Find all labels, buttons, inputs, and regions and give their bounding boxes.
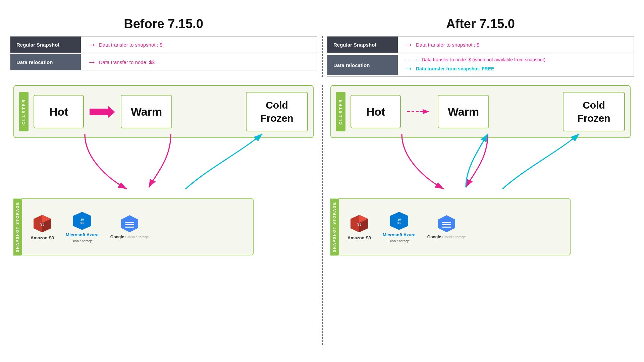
right-storage-s3: S3 Amazon S3 [347, 214, 371, 240]
right-legend-row2: Data relocation - - → Data transfer to n… [327, 54, 634, 77]
left-title: Before 7.15.0 [124, 17, 203, 31]
left-cluster-label: CLUSTER [19, 92, 29, 131]
right-legend-row1: Regular Snapshot → Data transfer to snap… [327, 36, 634, 53]
left-node-cold-frozen: ColdFrozen [246, 92, 308, 131]
left-storage-gcs: Google Cloud Storage [110, 215, 149, 239]
right-legend-row2-text1: Data transfer to node: $ (when not avail… [422, 57, 545, 62]
right-node-hot: Hot [351, 95, 401, 128]
right-legend-row1-text: Data transfer to snapshot : $ [416, 42, 479, 48]
left-legend-row1-label: Regular Snapshot [10, 37, 81, 53]
right-diagram: CLUSTER Hot [330, 85, 631, 255]
left-legend-row1-text: Data transfer to snapshot : $ [99, 42, 162, 48]
left-storage-s3: S3 Amazon S3 [31, 214, 54, 240]
left-storage-azure: 10 01 Microsoft Azure Blob Storage [66, 211, 99, 243]
svg-rect-14 [125, 222, 134, 223]
right-legend-row2-label: Data relocation [327, 55, 398, 75]
left-arrow-hot-warm [89, 103, 116, 120]
svg-rect-31 [442, 222, 451, 223]
svg-marker-2 [108, 106, 115, 118]
svg-text:S3: S3 [357, 223, 362, 226]
left-legend-row1: Regular Snapshot → Data transfer to snap… [10, 36, 317, 53]
right-node-cold-frozen: ColdFrozen [563, 92, 625, 131]
left-snapshot-label: Snapshot Storage [13, 198, 21, 255]
svg-marker-30 [438, 215, 455, 232]
left-legend-row2: Data relocation → Data transfer to node:… [10, 54, 317, 70]
svg-text:01: 01 [80, 221, 84, 225]
right-legend-row2-text2: Data transfer from snapshot: FREE [416, 66, 494, 71]
svg-rect-33 [442, 227, 451, 228]
left-diagram: CLUSTER Hot [13, 85, 314, 255]
right-node-warm: Warm [438, 95, 489, 128]
right-arrow-hot-warm [406, 107, 433, 117]
svg-rect-16 [125, 227, 134, 228]
svg-text:S3: S3 [40, 223, 45, 226]
right-storage-gcs: Google Cloud Storage [427, 215, 466, 239]
right-storage-azure: 10 01 Microsoft Azure Blob Storage [383, 211, 416, 243]
svg-rect-1 [90, 109, 108, 115]
left-node-hot: Hot [34, 95, 84, 128]
left-legend-row2-text: Data transfer to node: $$ [99, 59, 155, 65]
svg-text:01: 01 [397, 221, 401, 225]
svg-marker-13 [121, 215, 138, 232]
left-node-warm: Warm [121, 95, 172, 128]
svg-text:10: 10 [80, 218, 84, 221]
right-snapshot-label: Snapshot Storage [330, 198, 338, 255]
svg-text:10: 10 [397, 218, 401, 221]
svg-rect-32 [442, 224, 451, 225]
right-legend-row1-label: Regular Snapshot [327, 37, 398, 53]
right-title: After 7.15.0 [446, 17, 515, 31]
left-legend-row2-label: Data relocation [10, 54, 81, 70]
svg-rect-15 [125, 224, 134, 225]
right-cluster-label: CLUSTER [336, 92, 345, 131]
